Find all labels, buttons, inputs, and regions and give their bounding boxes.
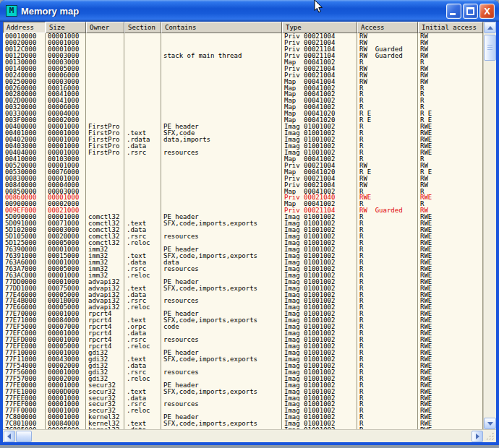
table-row[interactable]: 77F5400000002000gdi32.dataImag 01001002R…	[3, 363, 483, 369]
table-row[interactable]: 0024000000006000Priv 00021004RWRW	[3, 72, 483, 79]
column-header-section[interactable]: Section	[124, 22, 161, 33]
cell-access: R	[357, 227, 418, 233]
table-row[interactable]: 7639100000015000imm32.textSFX,code,impor…	[3, 253, 483, 259]
table-row[interactable]: 002D000000041000Map 00041002RR	[3, 98, 483, 104]
table-row[interactable]: 5D12500000005000comctl32.relocImag 01001…	[3, 240, 483, 246]
table-row[interactable]: 5D10200000003000comctl32.dataImag 010010…	[3, 227, 483, 233]
table-row[interactable]: 77FEF00000001000secur32.rsrcresourcesIma…	[3, 401, 483, 408]
table-row[interactable]: 77DD100000075000advapi32.textSFX,code,im…	[3, 285, 483, 292]
table-row[interactable]: 7C80000000001000kernel32PE headerImag 01…	[3, 414, 483, 421]
vertical-scroll-thumb[interactable]	[484, 35, 496, 61]
maximize-button[interactable]	[463, 4, 478, 19]
table-row[interactable]: 77FE10000000D000secur32.textSFX,code,imp…	[3, 389, 483, 395]
table-row[interactable]: 7639000000001000imm32PE headerImag 01001…	[3, 246, 483, 253]
horizontal-scroll-track[interactable]	[15, 431, 472, 442]
column-header-owner[interactable]: Owner	[86, 22, 124, 33]
table-row[interactable]: 77EF500000007000rpcrt4.orpccodeImag 0100…	[3, 324, 483, 330]
column-header-access[interactable]: Access	[357, 22, 418, 33]
table-row[interactable]: 77F5700000002000gdi32.relocImag 01001002…	[3, 376, 483, 382]
horizontal-scrollbar[interactable]	[3, 430, 484, 442]
scroll-right-button[interactable]	[472, 431, 483, 442]
table-row[interactable]: 77F5600000001000gdi32.rsrcresourcesImag …	[3, 369, 483, 376]
cell-address: 77FF0000	[3, 408, 46, 414]
minimize-button[interactable]	[446, 4, 461, 19]
arrow-right-icon	[476, 434, 479, 439]
scroll-up-button[interactable]	[484, 22, 496, 33]
table-row[interactable]: 009EF00000021000Priv 00021104RW GuardedR…	[3, 207, 483, 214]
cell-contains	[161, 66, 282, 72]
table-row[interactable]: 0013000000003000Map 00041002RR	[3, 59, 483, 66]
table-row[interactable]: 77EFE00000005000rpcrt4.relocImag 0100100…	[3, 343, 483, 350]
column-header-initial[interactable]: Initial access	[418, 22, 483, 33]
table-row[interactable]: 77EFD00000001000rpcrt4.rsrcresourcesImag…	[3, 337, 483, 343]
table-row[interactable]: 0052000000001000Priv 00021004RWRW	[3, 163, 483, 169]
scroll-down-button[interactable]	[484, 418, 496, 429]
table-row[interactable]: 77FE000000001000secur32PE headerImag 010…	[3, 382, 483, 389]
cell-access: R	[357, 59, 418, 66]
horizontal-scroll-thumb[interactable]	[16, 431, 32, 442]
table-row[interactable]: 77DD000000001000advapi32PE headerImag 01…	[3, 279, 483, 285]
column-header-size[interactable]: Size	[46, 22, 86, 33]
table-row[interactable]: 0040400000001000FirstPro.rsrcresourcesIm…	[3, 150, 483, 156]
table-row[interactable]: 0090000000002000Map 00041002RR	[3, 201, 483, 207]
cell-address: 00400000	[3, 124, 46, 130]
table-row[interactable]: 7C80100000084000kernel32.textSFX,code,im…	[3, 421, 483, 427]
title-bar[interactable]: M Memory map X	[0, 0, 499, 22]
table-row[interactable]: 77F1000000001000gdi32PE headerImag 01001…	[3, 350, 483, 356]
cell-contains	[161, 376, 282, 382]
table-row[interactable]: 0040300000001000FirstPro.dataImag 010010…	[3, 143, 483, 150]
table-row[interactable]: 77E7100000084000rpcrt4.textSFX,code,impo…	[3, 317, 483, 324]
table-row[interactable]: 0086000000001000Priv 00021040RWERWE	[3, 194, 483, 201]
cell-size: 00001000	[46, 33, 86, 40]
table-row[interactable]: 0028000000041000Map 00041002RR	[3, 91, 483, 98]
column-header-type[interactable]: Type	[282, 22, 357, 33]
table-row[interactable]: 0053000000076000Map 00041020R ER E	[3, 169, 483, 176]
table-row[interactable]: 5D09000000001000comctl32PE headerImag 01…	[3, 214, 483, 220]
vertical-scroll-track[interactable]	[484, 33, 496, 418]
table-row[interactable]: 0040200000001000FirstPro.rdatadata,impor…	[3, 137, 483, 143]
cell-contains	[161, 79, 282, 85]
cell-access: R	[357, 150, 418, 156]
table-row[interactable]: 0085000000003000Map 00041002RR	[3, 189, 483, 195]
table-row[interactable]: 0025000000003000Map 00041004RWRW	[3, 79, 483, 85]
table-row[interactable]: 0012C00000001000Priv 00021104RW GuardedR…	[3, 46, 483, 53]
table-row[interactable]: 77E4600000005000advapi32.dataImag 010010…	[3, 292, 483, 298]
table-row[interactable]: 0084000000004000Priv 00021004RWRW	[3, 182, 483, 189]
close-button[interactable]: X	[479, 4, 495, 19]
table-row[interactable]: 0040100000001000FirstPro.textSFX,codeIma…	[3, 130, 483, 137]
table-row[interactable]: 763A700000005000imm32.rsrcresourcesImag …	[3, 266, 483, 272]
scroll-left-button[interactable]	[4, 431, 15, 442]
table-row[interactable]: 77E6600000005000advapi32.relocImag 01001…	[3, 304, 483, 311]
vertical-scrollbar[interactable]	[483, 22, 496, 429]
table-row[interactable]: 0001000000001000Priv 00021004RWRW	[3, 33, 483, 40]
table-row[interactable]: 003F000000002000Map 00041020R ER E	[3, 117, 483, 124]
table-row[interactable]: 5D09100000071000comctl32.textSFX,code,im…	[3, 220, 483, 227]
table-row[interactable]: 77F1100000043000gdi32.textSFX,code,impor…	[3, 356, 483, 363]
table-row[interactable]: 0041000000103000Map 00041002RR	[3, 156, 483, 163]
cell-section	[124, 156, 161, 163]
table-row[interactable]: 77E4B0000001B000advapi32.rsrcresourcesIm…	[3, 298, 483, 304]
cell-section: .data	[124, 395, 161, 402]
table-row[interactable]: 0012D00000003000stack of main threadPriv…	[3, 53, 483, 59]
table-row[interactable]: 0083000000001000Priv 00021004RWRW	[3, 176, 483, 182]
table-row[interactable]: 0026000000016000Map 00041002RR	[3, 85, 483, 92]
resize-grip[interactable]	[484, 430, 496, 442]
table-row[interactable]: 77EFC00000001000rpcrt4.dataImag 01001002…	[3, 330, 483, 337]
table-row[interactable]: 0040000000001000FirstProPE headerImag 01…	[3, 124, 483, 130]
column-header-contains[interactable]: Contains	[161, 22, 282, 33]
arrow-down-icon	[487, 422, 493, 426]
table-row[interactable]: 763A600000001000imm32.datadataImag 01001…	[3, 259, 483, 266]
table-row[interactable]: 77E7000000001000rpcrt4PE headerImag 0100…	[3, 311, 483, 317]
table-row[interactable]: 77FEE00000001000secur32.dataImag 0100100…	[3, 395, 483, 402]
column-header-address[interactable]: Address	[3, 22, 46, 33]
table-row[interactable]: 0032000000006000Map 00041002RR	[3, 104, 483, 111]
table-row[interactable]: 0033000000004000Map 00041020R ER E	[3, 111, 483, 117]
table-row[interactable]: 0002000000001000Priv 00021004RWRW	[3, 40, 483, 46]
memory-map-window-icon[interactable]: M	[6, 5, 17, 17]
cell-type: Priv 00021004	[282, 72, 357, 79]
cell-access: R	[357, 220, 418, 227]
table-row[interactable]: 763AC00000001000imm32.relocImag 01001002…	[3, 272, 483, 279]
table-row[interactable]: 0014000000005000Priv 00021004RWRW	[3, 66, 483, 72]
table-row[interactable]: 5D10500000020000comctl32.rsrcresourcesIm…	[3, 233, 483, 240]
table-row[interactable]: 77FF000000001000secur32.relocImag 010010…	[3, 408, 483, 414]
